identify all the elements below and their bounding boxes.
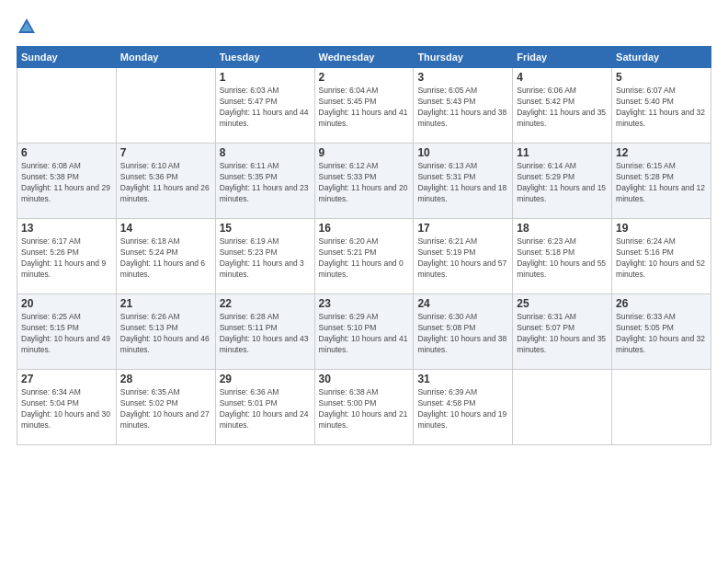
calendar-cell: 18Sunrise: 6:23 AM Sunset: 5:18 PM Dayli… <box>513 219 612 294</box>
calendar-table: SundayMondayTuesdayWednesdayThursdayFrid… <box>17 46 711 445</box>
calendar-cell: 6Sunrise: 6:08 AM Sunset: 5:38 PM Daylig… <box>17 144 117 219</box>
day-info: Sunrise: 6:20 AM Sunset: 5:21 PM Dayligh… <box>319 236 410 281</box>
day-info: Sunrise: 6:17 AM Sunset: 5:26 PM Dayligh… <box>21 236 112 281</box>
day-number: 11 <box>517 146 608 159</box>
calendar-cell: 31Sunrise: 6:39 AM Sunset: 4:58 PM Dayli… <box>414 370 513 445</box>
calendar-cell: 16Sunrise: 6:20 AM Sunset: 5:21 PM Dayli… <box>314 219 414 294</box>
day-number: 17 <box>417 222 508 235</box>
weekday-header-saturday: Saturday <box>612 47 711 68</box>
day-info: Sunrise: 6:28 AM Sunset: 5:11 PM Dayligh… <box>220 312 311 356</box>
day-info: Sunrise: 6:35 AM Sunset: 5:02 PM Dayligh… <box>120 387 211 431</box>
day-number: 9 <box>319 146 410 159</box>
day-info: Sunrise: 6:31 AM Sunset: 5:07 PM Dayligh… <box>517 312 608 356</box>
calendar-cell <box>513 370 612 445</box>
calendar-cell: 1Sunrise: 6:03 AM Sunset: 5:47 PM Daylig… <box>215 68 314 144</box>
calendar-cell <box>116 68 215 144</box>
weekday-header-sunday: Sunday <box>17 47 117 68</box>
weekday-header-friday: Friday <box>513 47 612 68</box>
day-info: Sunrise: 6:11 AM Sunset: 5:35 PM Dayligh… <box>220 161 311 205</box>
day-info: Sunrise: 6:25 AM Sunset: 5:15 PM Dayligh… <box>21 312 112 356</box>
day-info: Sunrise: 6:10 AM Sunset: 5:36 PM Dayligh… <box>120 161 211 205</box>
page: SundayMondayTuesdayWednesdayThursdayFrid… <box>0 0 728 563</box>
day-info: Sunrise: 6:15 AM Sunset: 5:28 PM Dayligh… <box>616 161 707 205</box>
calendar-cell: 7Sunrise: 6:10 AM Sunset: 5:36 PM Daylig… <box>116 144 215 219</box>
weekday-header-row: SundayMondayTuesdayWednesdayThursdayFrid… <box>17 47 711 68</box>
weekday-header-wednesday: Wednesday <box>314 47 414 68</box>
day-info: Sunrise: 6:29 AM Sunset: 5:10 PM Dayligh… <box>319 312 410 356</box>
calendar-cell: 28Sunrise: 6:35 AM Sunset: 5:02 PM Dayli… <box>116 370 215 445</box>
calendar-cell: 3Sunrise: 6:05 AM Sunset: 5:43 PM Daylig… <box>414 68 513 144</box>
day-info: Sunrise: 6:13 AM Sunset: 5:31 PM Dayligh… <box>417 161 508 205</box>
calendar-cell: 22Sunrise: 6:28 AM Sunset: 5:11 PM Dayli… <box>215 294 314 370</box>
calendar-cell: 14Sunrise: 6:18 AM Sunset: 5:24 PM Dayli… <box>116 219 215 294</box>
day-info: Sunrise: 6:36 AM Sunset: 5:01 PM Dayligh… <box>220 387 311 431</box>
day-info: Sunrise: 6:03 AM Sunset: 5:47 PM Dayligh… <box>220 86 311 130</box>
day-info: Sunrise: 6:33 AM Sunset: 5:05 PM Dayligh… <box>616 312 707 356</box>
day-info: Sunrise: 6:34 AM Sunset: 5:04 PM Dayligh… <box>21 387 112 431</box>
day-number: 27 <box>21 373 112 385</box>
logo <box>17 17 40 37</box>
calendar-body: 1Sunrise: 6:03 AM Sunset: 5:47 PM Daylig… <box>17 68 711 445</box>
weekday-header-tuesday: Tuesday <box>215 47 314 68</box>
day-info: Sunrise: 6:30 AM Sunset: 5:08 PM Dayligh… <box>417 312 508 356</box>
day-number: 29 <box>220 373 311 385</box>
calendar-cell: 29Sunrise: 6:36 AM Sunset: 5:01 PM Dayli… <box>215 370 314 445</box>
day-number: 31 <box>417 373 508 385</box>
day-number: 18 <box>517 222 608 235</box>
calendar-cell: 5Sunrise: 6:07 AM Sunset: 5:40 PM Daylig… <box>612 68 711 144</box>
calendar-week-4: 20Sunrise: 6:25 AM Sunset: 5:15 PM Dayli… <box>17 294 711 370</box>
day-number: 22 <box>220 297 311 310</box>
calendar-header: SundayMondayTuesdayWednesdayThursdayFrid… <box>17 47 711 68</box>
calendar-cell: 9Sunrise: 6:12 AM Sunset: 5:33 PM Daylig… <box>314 144 414 219</box>
calendar-cell: 13Sunrise: 6:17 AM Sunset: 5:26 PM Dayli… <box>17 219 117 294</box>
day-info: Sunrise: 6:24 AM Sunset: 5:16 PM Dayligh… <box>616 236 707 281</box>
day-number: 16 <box>319 222 410 235</box>
calendar-cell: 23Sunrise: 6:29 AM Sunset: 5:10 PM Dayli… <box>314 294 414 370</box>
day-number: 24 <box>417 297 508 310</box>
day-number: 1 <box>220 71 311 84</box>
weekday-header-monday: Monday <box>116 47 215 68</box>
calendar-cell: 24Sunrise: 6:30 AM Sunset: 5:08 PM Dayli… <box>414 294 513 370</box>
day-number: 4 <box>517 71 608 84</box>
day-info: Sunrise: 6:21 AM Sunset: 5:19 PM Dayligh… <box>417 236 508 281</box>
calendar-cell: 8Sunrise: 6:11 AM Sunset: 5:35 PM Daylig… <box>215 144 314 219</box>
calendar-cell: 15Sunrise: 6:19 AM Sunset: 5:23 PM Dayli… <box>215 219 314 294</box>
day-number: 5 <box>616 71 707 84</box>
day-info: Sunrise: 6:05 AM Sunset: 5:43 PM Dayligh… <box>417 86 508 130</box>
day-info: Sunrise: 6:26 AM Sunset: 5:13 PM Dayligh… <box>120 312 211 356</box>
day-info: Sunrise: 6:08 AM Sunset: 5:38 PM Dayligh… <box>21 161 112 205</box>
calendar-cell: 27Sunrise: 6:34 AM Sunset: 5:04 PM Dayli… <box>17 370 117 445</box>
day-info: Sunrise: 6:23 AM Sunset: 5:18 PM Dayligh… <box>517 236 608 281</box>
day-info: Sunrise: 6:14 AM Sunset: 5:29 PM Dayligh… <box>517 161 608 205</box>
day-number: 21 <box>120 297 211 310</box>
calendar-cell: 25Sunrise: 6:31 AM Sunset: 5:07 PM Dayli… <box>513 294 612 370</box>
calendar-week-5: 27Sunrise: 6:34 AM Sunset: 5:04 PM Dayli… <box>17 370 711 445</box>
day-number: 13 <box>21 222 112 235</box>
calendar-cell: 12Sunrise: 6:15 AM Sunset: 5:28 PM Dayli… <box>612 144 711 219</box>
calendar-cell: 26Sunrise: 6:33 AM Sunset: 5:05 PM Dayli… <box>612 294 711 370</box>
day-info: Sunrise: 6:12 AM Sunset: 5:33 PM Dayligh… <box>319 161 410 205</box>
day-number: 3 <box>417 71 508 84</box>
day-info: Sunrise: 6:18 AM Sunset: 5:24 PM Dayligh… <box>120 236 211 281</box>
calendar-cell: 20Sunrise: 6:25 AM Sunset: 5:15 PM Dayli… <box>17 294 117 370</box>
calendar-cell: 19Sunrise: 6:24 AM Sunset: 5:16 PM Dayli… <box>612 219 711 294</box>
calendar-cell: 10Sunrise: 6:13 AM Sunset: 5:31 PM Dayli… <box>414 144 513 219</box>
weekday-header-thursday: Thursday <box>414 47 513 68</box>
day-number: 26 <box>616 297 707 310</box>
calendar-cell <box>612 370 711 445</box>
header <box>17 17 711 37</box>
calendar-cell: 17Sunrise: 6:21 AM Sunset: 5:19 PM Dayli… <box>414 219 513 294</box>
day-number: 12 <box>616 146 707 159</box>
calendar-cell: 4Sunrise: 6:06 AM Sunset: 5:42 PM Daylig… <box>513 68 612 144</box>
day-number: 2 <box>319 71 410 84</box>
calendar-week-1: 1Sunrise: 6:03 AM Sunset: 5:47 PM Daylig… <box>17 68 711 144</box>
day-info: Sunrise: 6:04 AM Sunset: 5:45 PM Dayligh… <box>319 86 410 130</box>
calendar-cell: 2Sunrise: 6:04 AM Sunset: 5:45 PM Daylig… <box>314 68 414 144</box>
day-number: 19 <box>616 222 707 235</box>
day-number: 10 <box>417 146 508 159</box>
day-info: Sunrise: 6:19 AM Sunset: 5:23 PM Dayligh… <box>220 236 311 281</box>
day-number: 30 <box>319 373 410 385</box>
calendar-week-3: 13Sunrise: 6:17 AM Sunset: 5:26 PM Dayli… <box>17 219 711 294</box>
day-number: 25 <box>517 297 608 310</box>
day-number: 7 <box>120 146 211 159</box>
